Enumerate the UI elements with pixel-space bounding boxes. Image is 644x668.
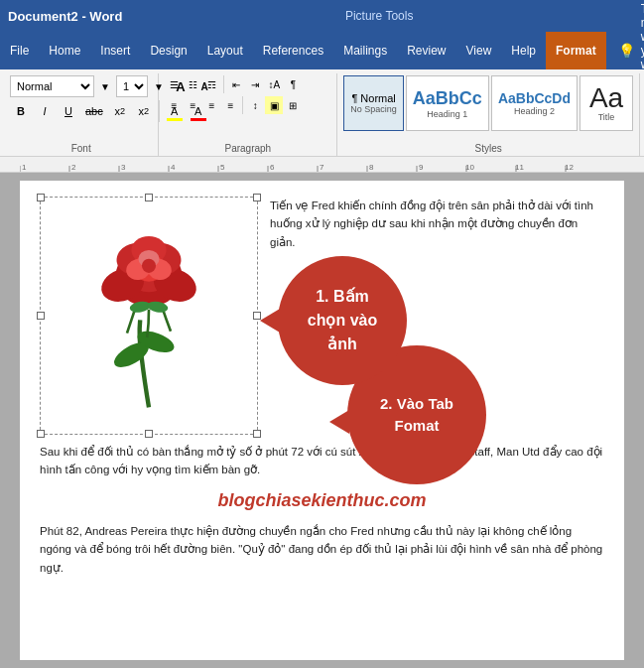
lightbulb-icon: 💡 [618,43,635,59]
strikethrough-button[interactable]: abc [81,100,107,122]
styles-group: ¶ Normal No Spacing AaBbCc Heading 1 AaB… [337,73,640,156]
menu-help[interactable]: Help [501,32,546,69]
font-size-select[interactable]: 11 [116,75,148,97]
style-heading1-preview: AaBbCc [413,88,482,109]
subscript-button[interactable]: x2 [109,100,131,122]
menu-references[interactable]: References [253,32,333,69]
paragraph-group: ☰ ☷ ☶ ⇤ ⇥ ↕A ¶ ≡ ≡ ≡ ≡ ↕ ▣ ⊞ Paragraph [159,73,337,156]
handle-bot-right[interactable] [253,430,261,438]
multilevel-list-button[interactable]: ☶ [202,75,220,93]
handle-bot-left[interactable] [37,430,45,438]
handle-top-right[interactable] [253,194,261,201]
bold-button[interactable]: B [10,100,32,122]
font-name-down[interactable]: ▼ [96,77,114,95]
align-left-button[interactable]: ≡ [165,96,183,114]
para-div2 [242,96,243,114]
svg-text:6: 6 [270,163,275,172]
handle-bot-mid[interactable] [145,430,153,438]
style-normal[interactable]: ¶ Normal No Spacing [343,75,404,131]
callout-click-image: 1. Bấm chọn vào ảnh [278,256,407,385]
menu-mailings[interactable]: Mailings [333,32,397,69]
menu-bar: File Home Insert Design Layout Reference… [0,32,644,69]
svg-point-37 [142,259,156,273]
align-right-button[interactable]: ≡ [202,96,220,114]
para-div1 [223,75,224,93]
style-title-preview: Aa [589,84,623,112]
ruler-marks: 1 2 3 4 5 6 7 8 9 10 11 12 [20,158,624,172]
paragraph-2: Sau khi để đối thủ có bàn thắng mở tỷ số… [40,443,604,479]
align-center-button[interactable]: ≡ [184,96,201,114]
italic-button[interactable]: I [34,100,56,122]
font-group: Normal ▼ 11 ▼ A A B I U abc x2 x2 A [4,73,159,156]
svg-text:4: 4 [171,163,176,172]
menu-view[interactable]: View [456,32,502,69]
decrease-indent-button[interactable]: ⇤ [227,75,245,93]
style-title[interactable]: Aa Title [580,75,633,131]
underline-button[interactable]: U [58,100,79,122]
document-area: 2. Vào Tab Fomat 1. Bấm chọn vào ảnh Tiế… [0,173,644,668]
borders-button[interactable]: ⊞ [284,96,302,114]
picture-tools-label: Picture Tools [345,9,413,23]
font-name-select[interactable]: Normal [10,75,94,97]
superscript-button[interactable]: x2 [133,100,155,122]
callout-click-text: 1. Bấm chọn vào ảnh [308,285,377,356]
handle-top-left[interactable] [37,194,45,201]
style-normal-preview: ¶ Normal [351,92,395,104]
svg-text:5: 5 [220,163,225,172]
menu-file[interactable]: File [0,32,39,69]
svg-text:7: 7 [320,163,324,172]
shading-button[interactable]: ▣ [265,96,283,114]
menu-review[interactable]: Review [397,32,455,69]
style-heading2[interactable]: AaBbCcDd Heading 2 [491,75,578,131]
svg-text:2: 2 [71,163,76,172]
paragraph-3: Phút 82, Andreas Pereira thực hiện đường… [40,522,604,577]
menu-home[interactable]: Home [39,32,90,69]
svg-text:1: 1 [22,163,27,172]
app-name: Document2 - Word [8,9,122,24]
line-spacing-button[interactable]: ↕ [246,96,264,114]
justify-button[interactable]: ≡ [221,96,239,114]
paragraph-1: Tiến vẹ Fred khiến chính đồng đội trên s… [268,197,604,251]
sort-button[interactable]: ↕A [265,75,283,93]
svg-text:8: 8 [369,163,374,172]
numbering-button[interactable]: ☷ [184,75,201,93]
menu-design[interactable]: Design [140,32,196,69]
svg-text:11: 11 [515,163,524,172]
menu-layout[interactable]: Layout [197,32,253,69]
bullets-button[interactable]: ☰ [165,75,183,93]
increase-indent-button[interactable]: ⇥ [246,75,264,93]
handle-mid-left[interactable] [37,312,45,320]
ruler: 1 2 3 4 5 6 7 8 9 10 11 12 [0,157,644,173]
menu-insert[interactable]: Insert [90,32,140,69]
style-heading1[interactable]: AaBbCc Heading 1 [406,75,489,131]
callout-format-text: 2. Vào Tab Fomat [380,393,453,438]
show-marks-button[interactable]: ¶ [284,75,302,93]
rose-image [60,206,238,425]
svg-text:12: 12 [565,163,574,172]
font-group-label: Font [4,143,158,154]
menu-format[interactable]: Format [546,32,606,69]
search-bar[interactable]: 💡 Tell me what you want to do [606,32,644,69]
title-bar: Document2 - Word Picture Tools [0,0,644,32]
ribbon: Normal ▼ 11 ▼ A A B I U abc x2 x2 A [0,69,644,157]
document-page: 2. Vào Tab Fomat 1. Bấm chọn vào ảnh Tiế… [20,181,624,660]
paragraph-group-label: Paragraph [159,143,336,154]
handle-top-mid[interactable] [145,194,153,201]
styles-group-label: Styles [337,143,639,154]
svg-text:3: 3 [121,163,126,172]
ruler-svg: 1 2 3 4 5 6 7 8 9 10 11 12 [20,158,624,172]
svg-text:9: 9 [419,163,424,172]
svg-text:10: 10 [465,163,474,172]
document-content: 2. Vào Tab Fomat 1. Bấm chọn vào ảnh Tiế… [40,197,604,594]
blog-watermark: blogchiasekienthuc.com [40,487,604,514]
style-heading2-preview: AaBbCcDd [498,90,571,106]
selected-image[interactable] [40,197,258,435]
